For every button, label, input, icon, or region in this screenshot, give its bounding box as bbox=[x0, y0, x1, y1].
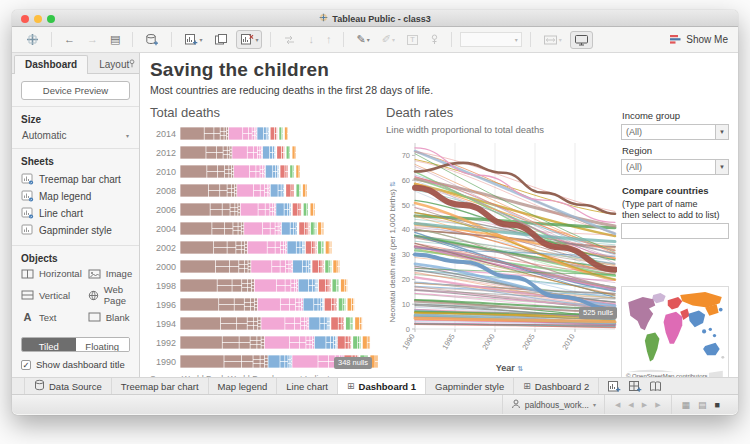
treemap-bar[interactable] bbox=[180, 279, 349, 292]
treemap-bar[interactable] bbox=[180, 241, 333, 254]
sort-icon[interactable]: ⇅ bbox=[517, 365, 523, 372]
year-tick: 2000 bbox=[150, 262, 176, 272]
new-data-source-button-icon[interactable] bbox=[141, 30, 163, 49]
tiled-button[interactable]: Tiled bbox=[22, 338, 76, 351]
sheet-tab-map-legend[interactable]: Map legend bbox=[209, 378, 278, 394]
year-tick: 1998 bbox=[150, 281, 176, 291]
show-dashboard-title-checkbox[interactable]: ✓ Show dashboard title bbox=[12, 359, 139, 377]
sheet-item-gapminder-style[interactable]: Gapminder style bbox=[21, 222, 130, 239]
compare-countries-input[interactable] bbox=[621, 223, 729, 239]
clear-sheet-button-icon[interactable]: ▾ bbox=[236, 30, 262, 49]
object-vertical[interactable]: Vertical bbox=[21, 284, 82, 306]
device-preview-button[interactable]: Device Preview bbox=[21, 81, 130, 100]
new-dashboard-tab-button[interactable] bbox=[626, 380, 644, 393]
treemap-bar[interactable] bbox=[180, 146, 298, 159]
sheet-tab-dashboard-1[interactable]: ⊞Dashboard 1 bbox=[338, 378, 426, 394]
filmstrip-view-button[interactable]: ▤ bbox=[696, 400, 709, 410]
tabs-view-button[interactable]: ▦ bbox=[680, 400, 693, 410]
duplicate-sheet-button-icon[interactable] bbox=[210, 30, 232, 49]
previous-page-button[interactable]: ◀ bbox=[626, 401, 635, 409]
treemap-bar[interactable] bbox=[180, 165, 302, 178]
sheet-tab-data-source[interactable]: Data Source bbox=[24, 378, 112, 394]
treemap-bar[interactable] bbox=[180, 317, 364, 330]
window-title: Tableau Public - class3 bbox=[332, 14, 430, 24]
last-page-button[interactable]: ▶ bbox=[653, 401, 662, 409]
worksheet-icon bbox=[21, 224, 34, 238]
swap-rows-columns-button-icon[interactable] bbox=[279, 31, 300, 49]
treemap-bar[interactable] bbox=[180, 184, 309, 197]
close-button[interactable] bbox=[21, 15, 29, 23]
blank-icon bbox=[88, 312, 101, 322]
undo-button-icon[interactable]: ← bbox=[60, 31, 79, 48]
map-legend[interactable]: © OpenStreetMap contributors bbox=[621, 286, 729, 377]
layout-mode-segment: Tiled Floating bbox=[21, 337, 130, 352]
zoom-button[interactable] bbox=[47, 15, 55, 23]
y-axis-label: Neonatal death rate (per 1,000 births) ⇅ bbox=[386, 139, 399, 365]
type-in-combo[interactable]: ▾ bbox=[460, 32, 522, 47]
sheet-tabs-bar: Data SourceTreemap bar chartMap legendLi… bbox=[12, 377, 738, 394]
income-group-select[interactable]: (All) ▼ bbox=[621, 124, 729, 140]
sheet-item-line-chart[interactable]: Line chart bbox=[21, 205, 130, 222]
nulls-indicator[interactable]: 525 nulls bbox=[579, 307, 617, 319]
show-me-button[interactable]: Show Me bbox=[670, 34, 728, 45]
tableau-logo-icon[interactable] bbox=[22, 30, 43, 49]
year-tick: 2008 bbox=[150, 186, 176, 196]
sheet-item-treemap-bar-chart[interactable]: Treemap bar chart bbox=[21, 171, 130, 188]
user-menu[interactable]: paldhous_work...▾ bbox=[502, 395, 604, 414]
sheet-tab-treemap-bar-chart[interactable]: Treemap bar chart bbox=[112, 378, 209, 394]
svg-text:70: 70 bbox=[402, 151, 410, 160]
new-worksheet-button-icon[interactable]: ▾ bbox=[180, 30, 206, 49]
treemap-row-1992: 1992 bbox=[150, 336, 386, 349]
sort-icon[interactable]: ⇅ bbox=[389, 181, 396, 187]
treemap-bar[interactable] bbox=[180, 222, 325, 235]
region-label: Region bbox=[622, 145, 728, 156]
next-page-button[interactable]: ▶ bbox=[640, 401, 649, 409]
sheet-item-map-legend[interactable]: Map legend bbox=[21, 188, 130, 205]
sheet-tab-line-chart[interactable]: Line chart bbox=[277, 378, 338, 394]
object-horizontal[interactable]: Horizontal bbox=[21, 268, 82, 279]
treemap-chart-title: Total deaths bbox=[150, 105, 386, 120]
floating-button[interactable]: Floating bbox=[76, 338, 130, 351]
treemap-bar[interactable] bbox=[180, 203, 317, 216]
year-tick: 2010 bbox=[150, 167, 176, 177]
object-text[interactable]: AText bbox=[21, 311, 82, 323]
treemap-bar[interactable] bbox=[180, 127, 290, 140]
new-worksheet-tab-button[interactable] bbox=[605, 380, 623, 393]
object-image[interactable]: Image bbox=[88, 268, 132, 279]
object-web-page[interactable]: Web Page bbox=[88, 284, 132, 306]
label-button-icon[interactable]: T bbox=[403, 32, 422, 48]
treemap-row-1996: 1996 bbox=[150, 298, 386, 311]
tab-dashboard[interactable]: Dashboard bbox=[14, 55, 88, 74]
treemap-bar[interactable] bbox=[180, 298, 356, 311]
svg-text:50: 50 bbox=[402, 201, 410, 210]
new-story-tab-button[interactable] bbox=[647, 380, 665, 393]
sort-ascending-button-icon[interactable]: ↓ bbox=[304, 31, 318, 48]
nulls-indicator[interactable]: 348 nulls bbox=[334, 357, 372, 369]
treemap-bar[interactable] bbox=[180, 336, 372, 349]
object-blank[interactable]: Blank bbox=[88, 311, 132, 323]
treemap-bar[interactable] bbox=[180, 260, 341, 273]
save-button-icon[interactable]: ▤ bbox=[106, 31, 124, 48]
highlight-button-icon[interactable]: ✎▾ bbox=[352, 31, 373, 48]
minimize-button[interactable] bbox=[34, 15, 42, 23]
size-dropdown[interactable]: Automatic ▾ bbox=[21, 129, 130, 142]
presentation-mode-button-icon[interactable] bbox=[570, 31, 593, 49]
pin-button-icon[interactable] bbox=[426, 31, 443, 48]
sort-descending-button-icon[interactable]: ↑ bbox=[322, 31, 336, 48]
redo-button-icon[interactable]: → bbox=[83, 31, 102, 48]
line-chart-plot[interactable]: 01020304050607019901995200020052010 bbox=[399, 139, 617, 365]
traffic-lights bbox=[21, 15, 55, 23]
sheet-tab-gapminder-style[interactable]: Gapminder style bbox=[426, 378, 514, 394]
sheet-tab-dashboard-2[interactable]: ⊞Dashboard 2 bbox=[514, 378, 599, 394]
image-icon bbox=[88, 269, 101, 279]
fit-selector-button-icon[interactable]: ▾ bbox=[539, 31, 566, 49]
year-tick: 2014 bbox=[150, 129, 176, 139]
format-button-icon[interactable]: ✐▾ bbox=[378, 31, 399, 48]
first-page-button[interactable]: ◀ bbox=[613, 401, 622, 409]
status-bar: paldhous_work...▾◀◀▶▶▦▤■ bbox=[12, 394, 738, 414]
dashboard-sidebar: Dashboard Layout Device Preview Size Aut… bbox=[12, 53, 140, 377]
pin-icon[interactable] bbox=[128, 59, 136, 70]
region-select[interactable]: (All) ▼ bbox=[621, 159, 729, 175]
sheet-view-button[interactable]: ■ bbox=[713, 400, 722, 410]
year-tick: 2002 bbox=[150, 243, 176, 253]
